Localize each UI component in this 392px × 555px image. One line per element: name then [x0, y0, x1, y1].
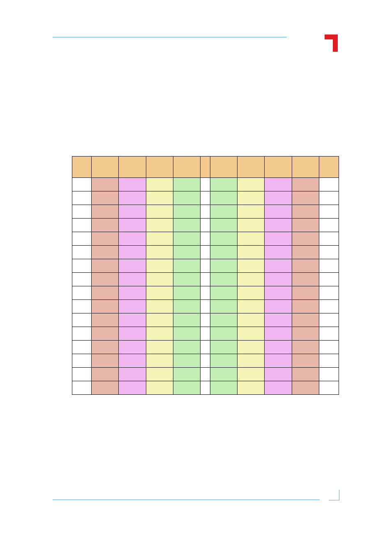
table-cell — [173, 381, 200, 395]
table-cell — [146, 273, 173, 286]
table-cell — [119, 259, 146, 273]
table-cell — [173, 219, 200, 232]
table-cell — [72, 246, 92, 259]
table-cell — [173, 354, 200, 368]
table-header-cell — [319, 157, 339, 178]
table-cell — [319, 313, 339, 327]
table-row — [72, 368, 339, 381]
table-row — [72, 259, 339, 273]
table-cell — [119, 232, 146, 246]
table-cell — [201, 219, 210, 232]
table-cell — [319, 178, 339, 191]
table-cell — [72, 178, 92, 191]
table-row — [72, 313, 339, 327]
table-row — [72, 246, 339, 259]
table-cell — [173, 232, 200, 246]
table-cell — [237, 313, 264, 327]
table-cell — [173, 273, 200, 286]
table-row — [72, 205, 339, 219]
table-cell — [319, 368, 339, 381]
table-row — [72, 354, 339, 368]
table-cell — [72, 300, 92, 313]
table-header-row — [72, 157, 339, 178]
table-cell — [146, 313, 173, 327]
data-table — [72, 156, 339, 395]
table-cell — [201, 191, 210, 205]
table-cell — [237, 178, 264, 191]
table-cell — [119, 368, 146, 381]
table-header-cell — [292, 157, 319, 178]
table-cell — [265, 341, 292, 354]
table-row — [72, 273, 339, 286]
table-cell — [210, 313, 237, 327]
table-row — [72, 300, 339, 313]
table-cell — [92, 381, 119, 395]
table-cell — [319, 246, 339, 259]
table-cell — [210, 286, 237, 300]
table-cell — [237, 327, 264, 341]
table-cell — [237, 354, 264, 368]
table-cell — [210, 191, 237, 205]
table-header-cell — [201, 157, 210, 178]
table-row — [72, 178, 339, 191]
table-cell — [265, 205, 292, 219]
table-cell — [319, 300, 339, 313]
table-cell — [237, 300, 264, 313]
table-cell — [173, 327, 200, 341]
table-cell — [92, 286, 119, 300]
table-cell — [146, 354, 173, 368]
header-rule — [53, 37, 287, 37]
table-row — [72, 286, 339, 300]
table-cell — [72, 219, 92, 232]
footer-rule — [53, 500, 320, 500]
table-cell — [292, 191, 319, 205]
table-cell — [119, 246, 146, 259]
table-header-cell — [173, 157, 200, 178]
table-row — [72, 381, 339, 395]
table-header-cell — [92, 157, 119, 178]
table-cell — [119, 205, 146, 219]
table-cell — [292, 246, 319, 259]
main-content — [72, 156, 339, 395]
table-cell — [72, 368, 92, 381]
table-cell — [92, 232, 119, 246]
table-cell — [210, 246, 237, 259]
table-cell — [173, 178, 200, 191]
table-cell — [237, 368, 264, 381]
table-cell — [201, 327, 210, 341]
table-cell — [72, 191, 92, 205]
table-cell — [92, 327, 119, 341]
table-cell — [237, 286, 264, 300]
table-cell — [210, 219, 237, 232]
table-cell — [292, 219, 319, 232]
table-cell — [319, 232, 339, 246]
table-cell — [72, 327, 92, 341]
table-cell — [319, 219, 339, 232]
table-cell — [237, 205, 264, 219]
table-cell — [292, 368, 319, 381]
table-header-cell — [265, 157, 292, 178]
table-cell — [210, 341, 237, 354]
table-cell — [292, 313, 319, 327]
table-cell — [119, 273, 146, 286]
table-cell — [210, 327, 237, 341]
table-cell — [237, 232, 264, 246]
table-cell — [92, 191, 119, 205]
table-header-cell — [146, 157, 173, 178]
table-cell — [173, 286, 200, 300]
table-cell — [201, 286, 210, 300]
table-cell — [210, 368, 237, 381]
table-cell — [72, 259, 92, 273]
table-cell — [146, 341, 173, 354]
table-cell — [210, 205, 237, 219]
table-cell — [173, 368, 200, 381]
table-cell — [146, 191, 173, 205]
table-cell — [173, 341, 200, 354]
table-header-cell — [210, 157, 237, 178]
table-header-cell — [237, 157, 264, 178]
table-cell — [201, 273, 210, 286]
table-cell — [92, 246, 119, 259]
table-row — [72, 232, 339, 246]
table-cell — [210, 178, 237, 191]
table-cell — [265, 327, 292, 341]
